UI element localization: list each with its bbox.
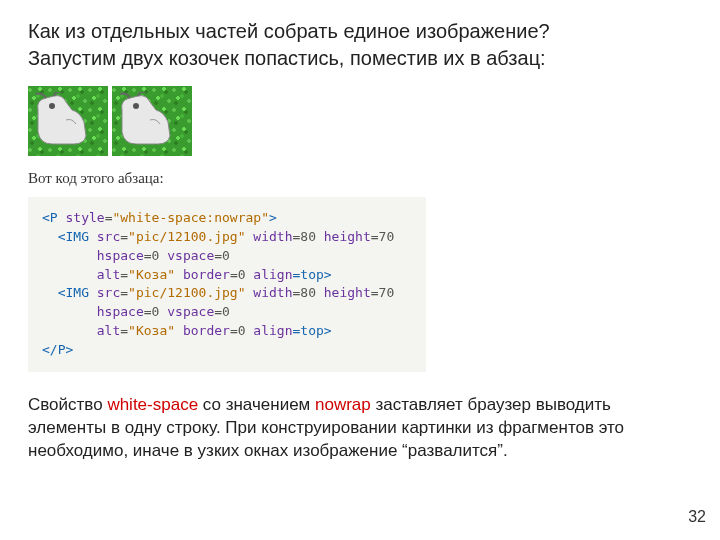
para-text-1: Свойство [28,395,107,414]
code-caption: Вот код этого абзаца: [28,170,692,187]
goat-icon [32,92,92,150]
page-number: 32 [688,508,706,526]
code-block: <P style="white-space:nowrap"> <IMG src=… [28,197,426,372]
goat-icon [116,92,176,150]
goat-image-1 [28,86,108,156]
slide-heading: Как из отдельных частей собрать единое и… [28,18,692,72]
goat-image-2 [112,86,192,156]
keyword-white-space: white-space [107,395,198,414]
images-row [28,86,692,156]
explanation-paragraph: Свойство white-space со значением nowrap… [28,394,688,463]
heading-line-2: Запустим двух козочек попастись, помести… [28,47,546,69]
svg-point-1 [133,103,139,109]
svg-point-0 [49,103,55,109]
keyword-nowrap: nowrap [315,395,371,414]
heading-line-1: Как из отдельных частей собрать единое и… [28,20,550,42]
para-text-2: со значением [198,395,315,414]
